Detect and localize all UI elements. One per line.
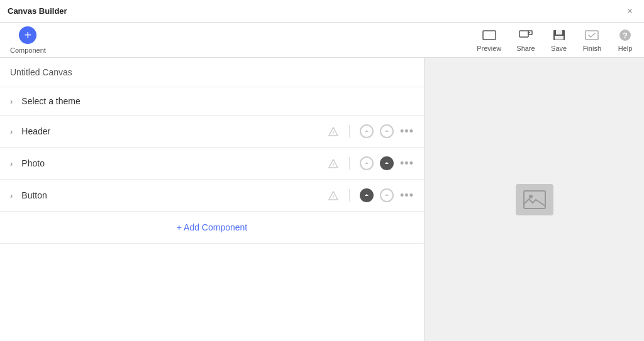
share-action[interactable]: Share	[516, 28, 535, 52]
close-icon[interactable]: ×	[623, 3, 636, 19]
canvas-title-row: Untitled Canvas	[0, 58, 424, 87]
move-up-icon[interactable]	[360, 156, 374, 170]
button-row-actions: ! •••	[328, 188, 414, 202]
svg-rect-1	[519, 31, 528, 37]
finish-action[interactable]: Finish	[583, 28, 601, 52]
toolbar-left: + Component	[10, 26, 477, 54]
button-row-label: Button	[21, 190, 328, 200]
app-title: Canvas Builder	[8, 6, 67, 16]
help-action[interactable]: ? Help	[616, 28, 634, 52]
chevron-right-icon: ›	[10, 191, 13, 200]
toolbar: + Component Preview Share	[0, 23, 644, 58]
chevron-right-icon: ›	[10, 159, 13, 168]
preview-action[interactable]: Preview	[477, 28, 501, 52]
warning-icon: !	[328, 126, 339, 137]
title-bar-left: Canvas Builder	[8, 6, 67, 16]
svg-text:!: !	[333, 162, 335, 168]
svg-rect-0	[483, 31, 496, 40]
image-placeholder-icon	[516, 184, 553, 215]
svg-rect-6	[555, 36, 564, 40]
component-button-label: Component	[10, 46, 46, 54]
chevron-right-icon: ›	[10, 127, 13, 136]
svg-rect-5	[556, 30, 562, 35]
divider	[349, 189, 350, 202]
title-bar: Canvas Builder ×	[0, 0, 644, 23]
toolbar-actions: Preview Share Save	[477, 28, 634, 52]
photo-row-actions: ! •••	[328, 156, 414, 170]
help-icon: ?	[616, 28, 634, 42]
svg-rect-16	[524, 191, 545, 208]
svg-rect-7	[586, 31, 598, 40]
right-panel	[425, 58, 644, 341]
more-options-icon[interactable]: •••	[400, 124, 414, 138]
share-icon	[517, 28, 535, 42]
header-row-actions: ! •••	[328, 124, 414, 138]
main-content: Untitled Canvas › Select a theme › Heade…	[0, 58, 644, 341]
svg-text:!: !	[333, 130, 335, 136]
more-options-icon[interactable]: •••	[400, 188, 414, 202]
save-action[interactable]: Save	[550, 28, 568, 52]
left-panel: Untitled Canvas › Select a theme › Heade…	[0, 58, 425, 341]
svg-point-17	[529, 195, 533, 198]
finish-label: Finish	[583, 45, 601, 52]
help-label: Help	[618, 45, 633, 52]
move-up-icon[interactable]	[360, 124, 374, 138]
header-row-label: Header	[21, 126, 328, 136]
share-label: Share	[516, 45, 535, 52]
canvas-title: Untitled Canvas	[10, 67, 72, 77]
save-label: Save	[551, 45, 567, 52]
more-options-icon[interactable]: •••	[400, 156, 414, 170]
warning-icon: !	[328, 190, 339, 201]
add-component-button[interactable]: + Add Component	[177, 222, 247, 232]
select-theme-row[interactable]: › Select a theme	[0, 87, 424, 116]
add-component-button[interactable]: + Component	[10, 26, 46, 54]
preview-label: Preview	[477, 45, 501, 52]
move-down-icon[interactable]	[380, 124, 394, 138]
preview-icon	[480, 28, 498, 42]
photo-row-label: Photo	[21, 158, 328, 168]
button-row[interactable]: › Button ! •••	[0, 180, 424, 212]
theme-row-label: Select a theme	[21, 96, 414, 106]
svg-text:!: !	[333, 194, 335, 200]
save-icon	[550, 28, 568, 42]
divider	[349, 125, 350, 138]
photo-row[interactable]: › Photo ! •••	[0, 148, 424, 180]
move-up-icon[interactable]	[360, 188, 374, 202]
svg-text:?: ?	[623, 31, 628, 40]
add-component-row: + Add Component	[0, 212, 424, 244]
finish-icon	[583, 28, 601, 42]
divider	[349, 157, 350, 170]
move-down-icon[interactable]	[380, 156, 394, 170]
add-component-icon: +	[19, 26, 36, 44]
move-down-icon[interactable]	[380, 188, 394, 202]
header-row[interactable]: › Header ! •••	[0, 116, 424, 148]
title-bar-right: ×	[623, 3, 636, 19]
chevron-right-icon: ›	[10, 97, 13, 106]
warning-icon: !	[328, 158, 339, 169]
